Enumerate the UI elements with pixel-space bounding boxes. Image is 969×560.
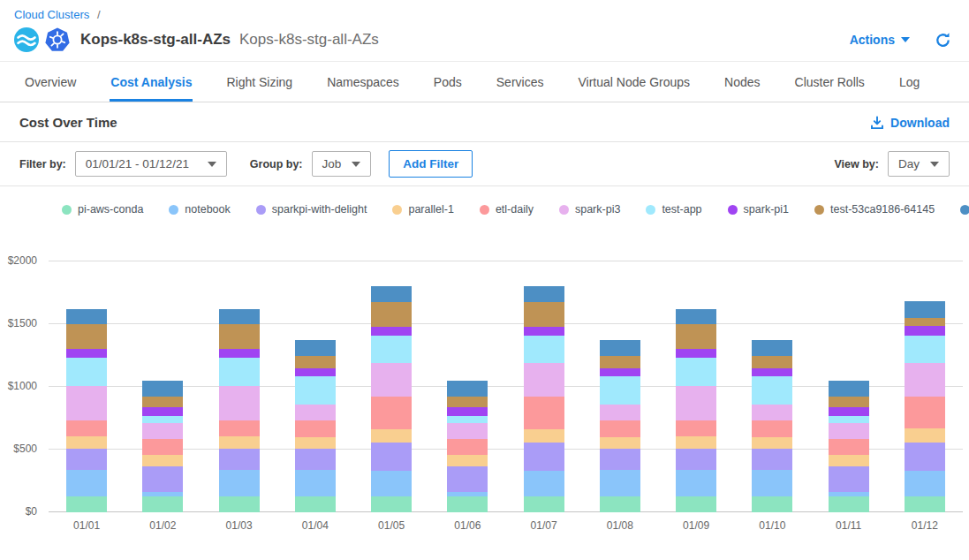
bar-segment-spark-pi1[interactable] (524, 327, 564, 336)
bar-segment-test-pkix[interactable] (219, 309, 260, 324)
legend-item-pi-aws-conda[interactable]: pi-aws-conda (62, 203, 143, 216)
bar-segment-parallel-1[interactable] (524, 429, 564, 443)
bar-segment-etl-daily[interactable] (371, 397, 412, 429)
bar-segment-etl-daily[interactable] (295, 420, 336, 436)
bar-segment-sparkpi-with-delight[interactable] (676, 449, 716, 470)
bar-segment-spark-pi3[interactable] (219, 386, 260, 420)
tab-namespaces[interactable]: Namespaces (326, 62, 400, 102)
bar-segment-pi-aws-conda[interactable] (447, 496, 488, 512)
bar-segment-sparkpi-with-delight[interactable] (600, 449, 640, 471)
bar-segment-spark-pi3[interactable] (524, 363, 564, 397)
view-by-select[interactable]: Day (888, 151, 950, 177)
add-filter-button[interactable]: Add Filter (389, 150, 473, 178)
bar-segment-test-app[interactable] (219, 358, 260, 387)
bar-segment-notebook[interactable] (295, 470, 336, 496)
legend-item-test-app[interactable]: test-app (646, 203, 701, 216)
bar-segment-pi-aws-conda[interactable] (142, 496, 183, 512)
bar-segment-test-app[interactable] (829, 416, 869, 422)
bar-segment-spark-pi1[interactable] (676, 349, 716, 357)
bar-segment-test-53ca9186-64145[interactable] (142, 397, 183, 408)
bar-segment-notebook[interactable] (219, 470, 260, 496)
bar-segment-sparkpi-with-delight[interactable] (295, 449, 336, 471)
bar-segment-spark-pi1[interactable] (905, 326, 945, 336)
bar-segment-parallel-1[interactable] (295, 437, 336, 449)
bar-segment-parallel-1[interactable] (829, 455, 869, 466)
bar-segment-notebook[interactable] (371, 471, 412, 496)
bar-segment-etl-daily[interactable] (676, 420, 716, 436)
bar-segment-test-53ca9186-64145[interactable] (600, 356, 640, 367)
bar-segment-notebook[interactable] (752, 470, 792, 496)
refresh-button[interactable] (935, 32, 951, 49)
bar-segment-parallel-1[interactable] (219, 436, 260, 449)
bar-segment-spark-pi3[interactable] (295, 405, 336, 420)
date-range-select[interactable]: 01/01/21 - 01/12/21 (75, 151, 227, 177)
bar-segment-etl-daily[interactable] (600, 420, 640, 436)
bar-segment-etl-daily[interactable] (752, 420, 792, 436)
bar-segment-test-pkix[interactable] (829, 381, 869, 397)
bar-segment-pi-aws-conda[interactable] (600, 496, 640, 512)
bar-segment-test-53ca9186-64145[interactable] (66, 324, 107, 349)
bar-segment-sparkpi-with-delight[interactable] (66, 449, 107, 470)
bar-segment-parallel-1[interactable] (447, 455, 488, 466)
bar-segment-spark-pi3[interactable] (447, 423, 488, 439)
group-by-select[interactable]: Job (312, 151, 372, 177)
bar-segment-spark-pi3[interactable] (66, 386, 107, 420)
legend-item-parallel-1[interactable]: parallel-1 (392, 203, 453, 216)
bar-segment-spark-pi3[interactable] (600, 405, 640, 420)
tab-cost-analysis[interactable]: Cost Analysis (110, 62, 193, 102)
bar-segment-parallel-1[interactable] (905, 428, 945, 443)
bar-segment-parallel-1[interactable] (142, 455, 183, 466)
bar-segment-test-pkix[interactable] (142, 381, 183, 397)
bar-segment-spark-pi1[interactable] (295, 368, 336, 376)
bar-segment-spark-pi1[interactable] (66, 349, 107, 357)
tab-log[interactable]: Log (898, 62, 920, 102)
bar-segment-sparkpi-with-delight[interactable] (219, 449, 260, 470)
tab-nodes[interactable]: Nodes (723, 62, 761, 102)
bar-segment-spark-pi1[interactable] (219, 349, 260, 357)
bar-segment-test-pkix[interactable] (371, 286, 412, 302)
bar-segment-parallel-1[interactable] (600, 437, 640, 449)
download-button[interactable]: Download (870, 116, 950, 130)
bar-segment-test-53ca9186-64145[interactable] (676, 324, 716, 349)
bar-segment-etl-daily[interactable] (142, 439, 183, 455)
bar-segment-pi-aws-conda[interactable] (66, 496, 107, 512)
bar-segment-parallel-1[interactable] (676, 436, 716, 449)
bar-segment-etl-daily[interactable] (905, 397, 945, 428)
bar-segment-spark-pi1[interactable] (447, 407, 488, 416)
bar-segment-spark-pi1[interactable] (752, 368, 792, 376)
bar-segment-test-pkix[interactable] (66, 309, 107, 324)
bar-segment-parallel-1[interactable] (66, 436, 107, 449)
bar-segment-parallel-1[interactable] (371, 429, 412, 443)
bar-segment-pi-aws-conda[interactable] (524, 496, 564, 512)
bar-segment-sparkpi-with-delight[interactable] (447, 466, 488, 491)
tab-cluster-rolls[interactable]: Cluster Rolls (794, 62, 866, 102)
bar-segment-sparkpi-with-delight[interactable] (524, 443, 564, 471)
bar-segment-sparkpi-with-delight[interactable] (905, 443, 945, 471)
bar-segment-etl-daily[interactable] (66, 420, 107, 436)
bar-segment-test-pkix[interactable] (600, 340, 640, 356)
bar-segment-etl-daily[interactable] (524, 397, 564, 429)
tab-right-sizing[interactable]: Right Sizing (225, 62, 293, 102)
bar-segment-pi-aws-conda[interactable] (905, 496, 945, 512)
bar-segment-parallel-1[interactable] (752, 437, 792, 449)
bar-segment-test-53ca9186-64145[interactable] (905, 318, 945, 326)
bar-segment-spark-pi1[interactable] (142, 407, 183, 416)
bar-segment-test-pkix[interactable] (295, 340, 336, 356)
bar-segment-spark-pi1[interactable] (829, 407, 869, 416)
bar-segment-pi-aws-conda[interactable] (371, 496, 412, 512)
bar-segment-etl-daily[interactable] (447, 439, 488, 455)
bar-segment-test-app[interactable] (447, 416, 488, 422)
bar-segment-notebook[interactable] (66, 470, 107, 496)
bar-segment-test-app[interactable] (524, 336, 564, 363)
bar-segment-test-53ca9186-64145[interactable] (371, 302, 412, 327)
legend-item-sparkpi-with-delight[interactable]: sparkpi-with-delight (256, 203, 367, 216)
bar-segment-pi-aws-conda[interactable] (829, 496, 869, 512)
bar-segment-test-53ca9186-64145[interactable] (524, 302, 564, 327)
bar-segment-test-app[interactable] (142, 416, 183, 422)
bar-segment-spark-pi1[interactable] (371, 327, 412, 336)
bar-segment-spark-pi3[interactable] (142, 423, 183, 439)
bar-segment-pi-aws-conda[interactable] (676, 496, 716, 512)
bar-segment-test-app[interactable] (371, 336, 412, 363)
bar-segment-test-app[interactable] (600, 376, 640, 405)
bar-segment-test-pkix[interactable] (905, 301, 945, 318)
